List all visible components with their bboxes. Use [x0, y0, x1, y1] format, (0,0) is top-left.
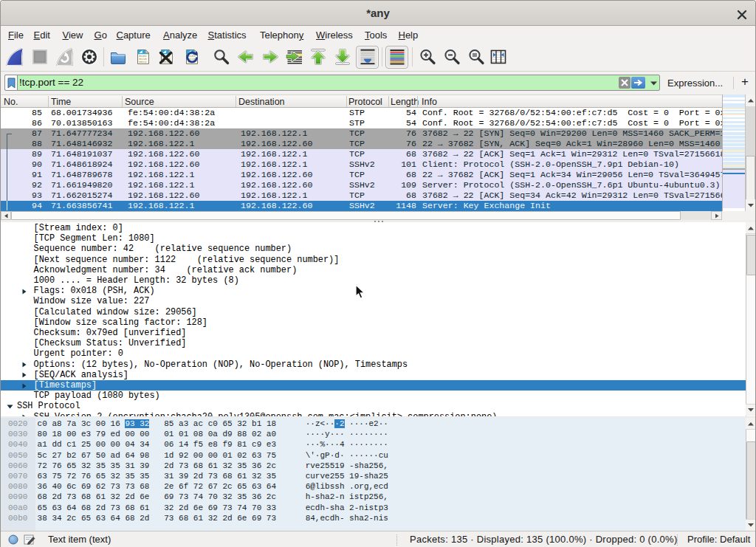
svg-text:0011: 0011 — [139, 60, 147, 63]
